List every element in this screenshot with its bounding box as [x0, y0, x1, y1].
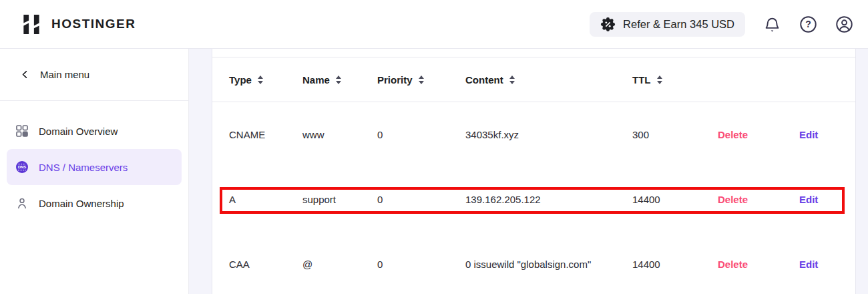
column-label: TTL: [632, 74, 651, 86]
person-icon: [15, 196, 29, 210]
notifications-button[interactable]: [763, 15, 781, 33]
edit-link[interactable]: Edit: [799, 259, 818, 270]
dns-record-row: CAA@00 issuewild "globalsign.com"14400De…: [212, 232, 855, 294]
refer-earn-label: Refer & Earn 345 USD: [623, 18, 734, 31]
table-body: CNAMEwww034035kf.xyz300DeleteEditAsuppor…: [212, 102, 855, 294]
cell-name: www: [302, 129, 377, 140]
table-header-row: TypeNamePriorityContentTTL: [212, 57, 855, 102]
svg-text:?: ?: [805, 19, 811, 29]
refer-earn-button[interactable]: Refer & Earn 345 USD: [590, 12, 745, 37]
cell-content: 139.162.205.122: [465, 191, 632, 208]
cell-value: 0: [377, 194, 383, 205]
cell-value: 0 issuewild "globalsign.com": [465, 256, 598, 273]
sort-arrows-icon: [336, 76, 341, 84]
column-header-priority[interactable]: Priority: [377, 74, 465, 86]
sort-arrows-icon: [509, 76, 515, 84]
cell-value: 0: [377, 129, 383, 140]
sidebar-item-label: Domain Overview: [39, 126, 118, 137]
cell-value: 14400: [632, 194, 660, 205]
sort-arrows-icon: [657, 76, 662, 84]
grid-icon: [15, 124, 29, 138]
cell-value: support: [302, 194, 336, 205]
discount-badge-icon: [600, 17, 616, 32]
help-button[interactable]: ?: [799, 15, 817, 33]
sidebar-item-label: DNS / Nameservers: [39, 162, 128, 173]
cell-value: www: [302, 129, 324, 140]
dns-record-row-highlighted: Asupport0139.162.205.12214400DeleteEdit: [212, 167, 855, 232]
column-label: Priority: [377, 74, 413, 86]
sort-arrows-icon: [258, 76, 263, 84]
column-label: Name: [302, 74, 330, 86]
cell-actions-delete: Delete: [706, 129, 787, 140]
column-header-ttl[interactable]: TTL: [632, 74, 706, 86]
chevron-left-icon: [20, 69, 30, 80]
hostinger-h-icon: [21, 13, 41, 35]
cell-value: 300: [632, 129, 649, 140]
column-header-type[interactable]: Type: [229, 74, 302, 86]
cell-name: @: [302, 259, 377, 270]
sidebar-nav: Domain Overview DNS DNS / Nameservers: [0, 101, 188, 221]
cell-value: 139.162.205.122: [465, 191, 598, 208]
dns-icon: DNS: [15, 160, 29, 174]
cell-value: 34035kf.xyz: [465, 126, 598, 144]
column-label: Type: [229, 74, 252, 86]
cell-ttl: 14400: [632, 194, 706, 205]
notifications-bell-icon: [763, 15, 781, 33]
profile-button[interactable]: [835, 15, 853, 33]
cell-ttl: 14400: [632, 259, 706, 270]
sidebar-item-domain-overview[interactable]: Domain Overview: [7, 113, 182, 149]
cell-value: 14400: [632, 259, 660, 270]
column-header-content[interactable]: Content: [465, 74, 632, 86]
cell-actions-edit: Edit: [787, 259, 855, 270]
dns-record-row: CNAMEwww034035kf.xyz300DeleteEdit: [212, 102, 855, 167]
sidebar-item-domain-ownership[interactable]: Domain Ownership: [7, 185, 182, 221]
main-menu-label: Main menu: [40, 69, 89, 80]
top-bar: HOSTINGER Refer & Earn 345 USD: [0, 0, 868, 49]
delete-link[interactable]: Delete: [718, 129, 748, 140]
cell-type: CAA: [229, 259, 302, 270]
cell-value: @: [302, 259, 312, 270]
sidebar-item-dns-nameservers[interactable]: DNS DNS / Nameservers: [7, 149, 182, 185]
cell-actions-delete: Delete: [706, 259, 787, 270]
profile-icon: [835, 15, 853, 33]
cell-actions-delete: Delete: [706, 194, 787, 205]
cell-type: A: [229, 194, 302, 205]
dns-records-card: TypeNamePriorityContentTTL CNAMEwww03403…: [212, 49, 856, 294]
cell-ttl: 300: [632, 129, 706, 140]
cell-actions-edit: Edit: [787, 194, 855, 205]
cell-priority: 0: [377, 259, 465, 270]
cell-value: CAA: [229, 259, 250, 270]
cell-name: support: [302, 194, 377, 205]
cell-type: CNAME: [229, 129, 302, 140]
cell-content: 34035kf.xyz: [465, 126, 632, 144]
main-menu-back-link[interactable]: Main menu: [0, 49, 188, 101]
column-header-name[interactable]: Name: [302, 74, 377, 86]
brand-wordmark: HOSTINGER: [51, 17, 136, 31]
delete-link[interactable]: Delete: [718, 194, 748, 205]
cell-value: 0: [377, 259, 383, 270]
sort-arrows-icon: [419, 76, 424, 84]
edit-link[interactable]: Edit: [799, 129, 818, 140]
main-content: TypeNamePriorityContentTTL CNAMEwww03403…: [189, 49, 868, 294]
help-icon: ?: [799, 15, 817, 33]
card-top-strip: [212, 49, 855, 57]
sidebar-item-label: Domain Ownership: [39, 198, 124, 209]
cell-actions-edit: Edit: [787, 129, 855, 140]
cell-value: CNAME: [229, 129, 265, 140]
cell-value: A: [229, 194, 236, 205]
column-label: Content: [465, 74, 503, 86]
svg-text:DNS: DNS: [18, 165, 27, 169]
sidebar: Main menu Domain Overview: [0, 49, 189, 294]
cell-priority: 0: [377, 194, 465, 205]
delete-link[interactable]: Delete: [718, 259, 748, 270]
hostinger-logo[interactable]: HOSTINGER: [21, 13, 136, 35]
cell-priority: 0: [377, 129, 465, 140]
cell-content: 0 issuewild "globalsign.com": [465, 256, 632, 273]
edit-link[interactable]: Edit: [799, 194, 818, 205]
